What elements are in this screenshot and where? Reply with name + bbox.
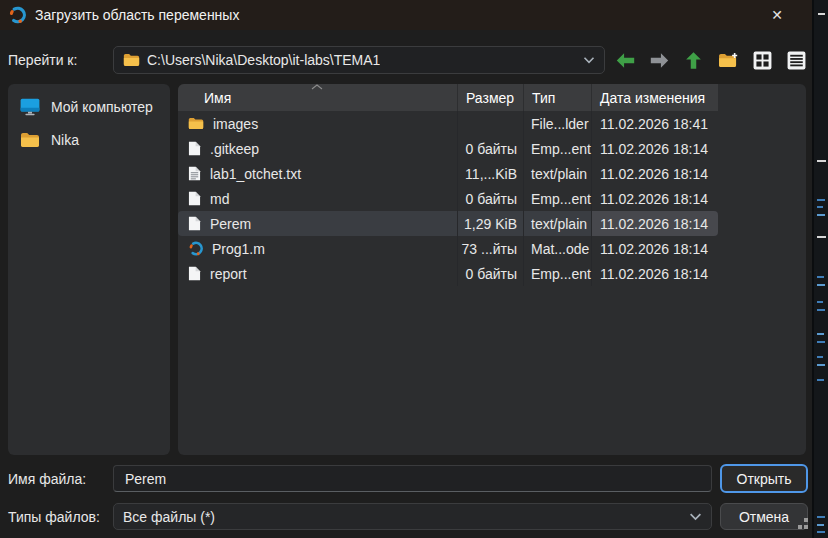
- file-date: 11.02.2026 18:41: [592, 111, 718, 136]
- cancel-button[interactable]: Отмена: [720, 503, 808, 530]
- screen: Загрузить область переменных ✕ Перейти к…: [0, 0, 828, 538]
- text-file-icon: [188, 166, 201, 181]
- file-type: Mat...ode: [524, 236, 592, 261]
- column-header-type[interactable]: Тип: [524, 84, 592, 111]
- icon-view-button[interactable]: [751, 48, 775, 72]
- file-name: images: [213, 116, 258, 132]
- filetype-combobox[interactable]: Все файлы (*): [113, 503, 712, 530]
- sort-ascending-icon: [310, 84, 324, 90]
- forward-button[interactable]: [647, 48, 671, 72]
- file-icon: [188, 266, 201, 281]
- file-row-perem[interactable]: Perem 1,29 KiB text/plain 11.02.2026 18:…: [178, 211, 718, 236]
- file-type: text/plain: [524, 211, 592, 236]
- file-size: [458, 111, 524, 136]
- file-row-gitkeep[interactable]: .gitkeep 0 байты Emp...ent 11.02.2026 18…: [178, 136, 718, 161]
- file-icon: [188, 191, 201, 206]
- file-size: 1,29 KiB: [458, 211, 524, 236]
- file-date: 11.02.2026 18:14: [592, 261, 718, 286]
- file-row-md[interactable]: md 0 байты Emp...ent 11.02.2026 18:14: [178, 186, 718, 211]
- filetype-label: Типы файлов:: [8, 509, 100, 525]
- computer-icon: [20, 98, 40, 116]
- back-arrow-icon: [615, 52, 636, 69]
- sidebar-item-label: Nika: [51, 132, 79, 148]
- filename-label: Имя файла:: [8, 471, 86, 487]
- new-folder-icon: [718, 52, 739, 69]
- file-size: 0 байты: [458, 136, 524, 161]
- sidebar-item-home[interactable]: Nika: [8, 124, 170, 156]
- list-view-icon: [787, 51, 806, 70]
- folder-icon: [20, 132, 40, 148]
- grid-view-icon: [753, 51, 772, 70]
- dialog-title: Загрузить область переменных: [35, 7, 239, 23]
- column-header-size[interactable]: Размер: [458, 84, 524, 111]
- background-window-edge: [812, 0, 828, 538]
- file-list-panel: Имя Размер Тип Дата изменения images Fil…: [178, 84, 806, 455]
- filetype-value: Все файлы (*): [123, 509, 215, 525]
- path-combobox[interactable]: C:\Users\Nika\Desktop\it-labs\ТЕМА1: [113, 46, 605, 74]
- file-name: lab1_otchet.txt: [210, 166, 301, 182]
- file-row-lab1-otchet[interactable]: lab1_otchet.txt 11,...KiB text/plain 11.…: [178, 161, 718, 186]
- resize-grip[interactable]: [798, 525, 802, 529]
- chevron-down-icon: [583, 56, 595, 64]
- file-date: 11.02.2026 18:14: [592, 211, 718, 236]
- file-size: 11,...KiB: [458, 161, 524, 186]
- file-type: Emp...ent: [524, 136, 592, 161]
- file-row-images[interactable]: images File...lder 11.02.2026 18:41: [178, 111, 718, 136]
- file-name: report: [210, 266, 247, 282]
- scilab-file-icon: [188, 241, 203, 256]
- back-button[interactable]: [613, 48, 637, 72]
- file-name: .gitkeep: [210, 141, 259, 157]
- file-date: 11.02.2026 18:14: [592, 186, 718, 211]
- open-button[interactable]: Открыть: [720, 464, 808, 493]
- file-icon: [188, 216, 201, 231]
- up-arrow-icon: [685, 51, 702, 70]
- load-variables-dialog: Загрузить область переменных ✕ Перейти к…: [0, 0, 812, 538]
- file-row-report[interactable]: report 0 байты Emp...ent 11.02.2026 18:1…: [178, 261, 718, 286]
- folder-icon: [123, 53, 140, 67]
- column-header-date[interactable]: Дата изменения: [592, 84, 718, 111]
- file-size: 0 байты: [458, 186, 524, 211]
- file-row-prog1[interactable]: Prog1.m 73 ...йты Mat...ode 11.02.2026 1…: [178, 236, 718, 261]
- file-icon: [188, 141, 201, 156]
- sidebar-item-label: Мой компьютер: [51, 99, 153, 115]
- file-name: Perem: [210, 216, 251, 232]
- filename-input[interactable]: [113, 465, 712, 492]
- file-list-header: Имя Размер Тип Дата изменения: [178, 84, 718, 111]
- new-folder-button[interactable]: [716, 48, 740, 72]
- folder-icon: [188, 117, 204, 130]
- file-type: Emp...ent: [524, 186, 592, 211]
- up-button[interactable]: [682, 48, 706, 72]
- places-sidebar: Мой компьютер Nika: [8, 84, 170, 455]
- file-date: 11.02.2026 18:14: [592, 161, 718, 186]
- scilab-app-icon: [8, 6, 26, 24]
- navigation-bar: [613, 46, 809, 74]
- close-button[interactable]: ✕: [764, 3, 790, 27]
- resize-grip[interactable]: [804, 525, 808, 529]
- dialog-titlebar: Загрузить область переменных ✕: [0, 0, 812, 30]
- file-type: Emp...ent: [524, 261, 592, 286]
- file-name: Prog1.m: [212, 241, 265, 257]
- sidebar-item-computer[interactable]: Мой компьютер: [8, 90, 170, 124]
- path-value: C:\Users\Nika\Desktop\it-labs\ТЕМА1: [147, 52, 380, 68]
- file-size: 73 ...йты: [458, 236, 524, 261]
- resize-grip[interactable]: [804, 518, 808, 522]
- chevron-down-icon: [689, 512, 702, 521]
- goto-label: Перейти к:: [8, 52, 77, 68]
- file-type: File...lder: [524, 111, 592, 136]
- file-type: text/plain: [524, 161, 592, 186]
- forward-arrow-icon: [649, 52, 670, 69]
- detail-view-button[interactable]: [785, 48, 809, 72]
- file-date: 11.02.2026 18:14: [592, 236, 718, 261]
- file-name: md: [210, 191, 229, 207]
- file-date: 11.02.2026 18:14: [592, 136, 718, 161]
- file-size: 0 байты: [458, 261, 524, 286]
